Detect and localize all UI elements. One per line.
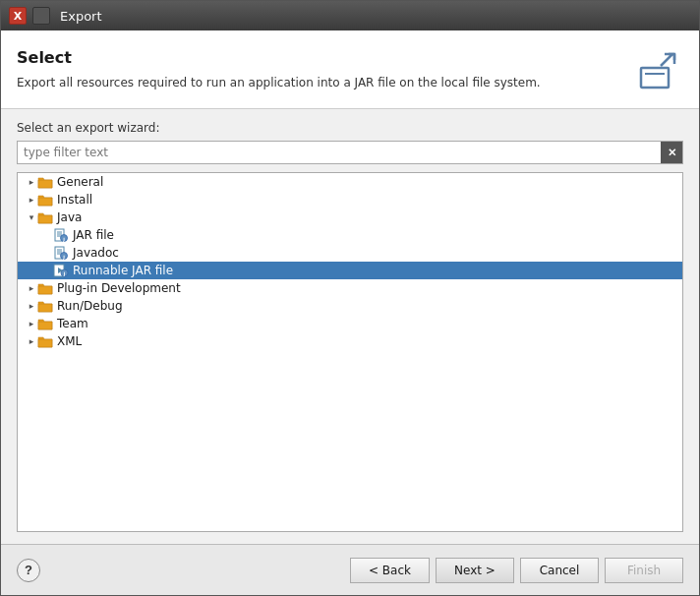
next-button[interactable]: Next > xyxy=(436,558,514,583)
tree-label-java: Java xyxy=(57,210,82,224)
tree-item-jar-file[interactable]: J JAR file xyxy=(18,226,682,244)
header-section: Select Export all resources required to … xyxy=(1,30,699,109)
titlebar: X Export xyxy=(1,1,699,30)
folder-icon-xml xyxy=(37,334,53,348)
tree-arrow-xml xyxy=(26,335,37,347)
footer-left: ? xyxy=(17,559,40,582)
svg-line-4 xyxy=(661,54,672,66)
tree-arrow-jar-file xyxy=(41,229,53,241)
tree-item-install[interactable]: Install xyxy=(18,191,682,209)
tree-arrow-run-debug xyxy=(26,300,37,312)
folder-icon-runnable-jar-file: J xyxy=(53,264,69,277)
folder-icon-general xyxy=(37,175,53,189)
svg-text:J: J xyxy=(62,237,65,242)
tree-item-plugin-development[interactable]: Plug-in Development xyxy=(18,279,682,297)
tree-item-team[interactable]: Team xyxy=(18,315,682,332)
folder-icon-install xyxy=(37,193,53,207)
clear-icon: ✕ xyxy=(668,147,676,159)
tree-arrow-runnable-jar-file xyxy=(41,265,53,276)
tree-item-run-debug[interactable]: Run/Debug xyxy=(18,297,682,315)
filter-input[interactable] xyxy=(18,142,661,163)
footer-section: ? < Back Next > Cancel Finish xyxy=(1,544,699,595)
cancel-button[interactable]: Cancel xyxy=(520,558,599,583)
footer-right: < Back Next > Cancel Finish xyxy=(350,558,683,583)
tree-arrow-java xyxy=(26,211,37,223)
tree-arrow-general xyxy=(26,176,37,188)
tree-label-runnable-jar-file: Runnable JAR file xyxy=(73,264,173,277)
filter-row: ✕ xyxy=(17,141,683,164)
minimize-button[interactable] xyxy=(32,7,50,25)
header-title: Select xyxy=(17,48,634,67)
close-button[interactable]: X xyxy=(9,7,27,25)
tree-label-plugin-development: Plug-in Development xyxy=(57,281,181,295)
tree-label-general: General xyxy=(57,175,103,189)
folder-icon-run-debug xyxy=(37,299,53,313)
export-dialog: X Export Select Export all resources req… xyxy=(0,0,700,596)
tree-container[interactable]: General Install Java J JAR file J Javado… xyxy=(17,172,683,532)
tree-item-java[interactable]: Java xyxy=(18,209,682,226)
folder-icon-jar-file: J xyxy=(53,228,69,242)
tree-label-javadoc: Javadoc xyxy=(73,246,119,260)
tree-label-run-debug: Run/Debug xyxy=(57,299,123,313)
window-title: Export xyxy=(60,9,102,24)
folder-icon-team xyxy=(37,317,53,330)
help-button[interactable]: ? xyxy=(17,559,40,582)
header-description: Export all resources required to run an … xyxy=(17,75,567,91)
body-section: Select an export wizard: ✕ General Insta… xyxy=(1,109,699,544)
header-text: Select Export all resources required to … xyxy=(17,48,634,91)
folder-icon-plugin-development xyxy=(37,281,53,295)
svg-rect-0 xyxy=(641,68,669,88)
svg-text:J: J xyxy=(63,271,66,276)
filter-label: Select an export wizard: xyxy=(17,121,683,135)
export-icon xyxy=(634,45,683,94)
tree-label-team: Team xyxy=(57,317,88,330)
tree-label-jar-file: JAR file xyxy=(73,228,114,242)
tree-item-xml[interactable]: XML xyxy=(18,332,682,350)
tree-item-javadoc[interactable]: J Javadoc xyxy=(18,244,682,262)
filter-clear-button[interactable]: ✕ xyxy=(661,142,682,163)
folder-icon-javadoc: J xyxy=(53,246,69,260)
tree-label-xml: XML xyxy=(57,334,82,348)
tree-label-install: Install xyxy=(57,193,92,207)
folder-icon-java xyxy=(37,210,53,224)
tree-arrow-install xyxy=(26,194,37,206)
tree-item-general[interactable]: General xyxy=(18,173,682,191)
svg-text:J: J xyxy=(62,255,65,260)
tree-arrow-plugin-development xyxy=(26,282,37,294)
finish-button[interactable]: Finish xyxy=(605,558,683,583)
tree-item-runnable-jar-file[interactable]: J Runnable JAR file xyxy=(18,262,682,279)
help-label: ? xyxy=(25,563,32,577)
tree-arrow-team xyxy=(26,318,37,329)
dialog-content: Select Export all resources required to … xyxy=(1,30,699,595)
tree-arrow-javadoc xyxy=(41,247,53,259)
back-button[interactable]: < Back xyxy=(350,558,430,583)
